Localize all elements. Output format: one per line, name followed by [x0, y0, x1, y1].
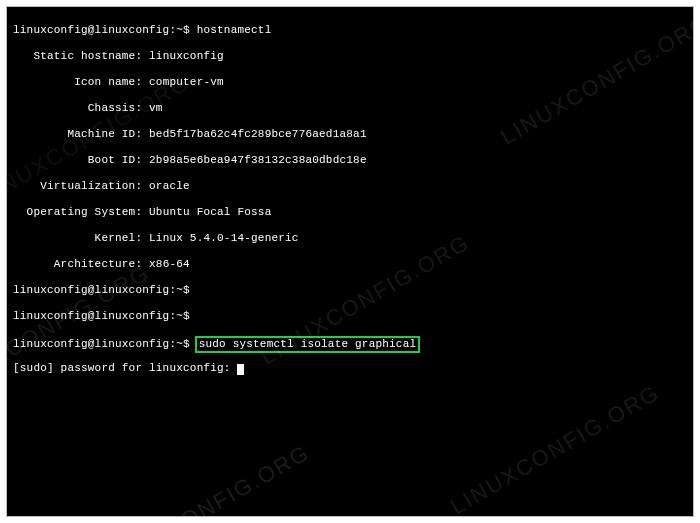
out-architecture: Architecture: x86-64 [13, 258, 687, 271]
shell-prompt: linuxconfig@linuxconfig:~$ [13, 284, 190, 296]
prompt-line-4: linuxconfig@linuxconfig:~$ sudo systemct… [13, 336, 687, 349]
prompt-line-2: linuxconfig@linuxconfig:~$ [13, 284, 687, 297]
shell-prompt: linuxconfig@linuxconfig:~$ [13, 310, 190, 322]
sudo-password-prompt: [sudo] password for linuxconfig: [13, 362, 687, 375]
out-kernel: Kernel: Linux 5.4.0-14-generic [13, 232, 687, 245]
typed-command: hostnamectl [197, 24, 272, 36]
out-chassis: Chassis: vm [13, 102, 687, 115]
text-cursor [237, 364, 244, 375]
out-virtualization: Virtualization: oracle [13, 180, 687, 193]
out-icon-name: Icon name: computer-vm [13, 76, 687, 89]
shell-prompt: linuxconfig@linuxconfig:~$ [13, 24, 190, 36]
prompt-line-1: linuxconfig@linuxconfig:~$ hostnamectl [13, 24, 687, 37]
highlighted-command: sudo systemctl isolate graphical [195, 336, 421, 353]
terminal-window: linuxconfig@linuxconfig:~$ hostnamectl S… [6, 6, 694, 517]
prompt-line-3: linuxconfig@linuxconfig:~$ [13, 310, 687, 323]
out-static-hostname: Static hostname: linuxconfig [13, 50, 687, 63]
terminal-content[interactable]: linuxconfig@linuxconfig:~$ hostnamectl S… [7, 7, 693, 516]
out-boot-id: Boot ID: 2b98a5e6bea947f38132c38a0dbdc18… [13, 154, 687, 167]
out-operating-system: Operating System: Ubuntu Focal Fossa [13, 206, 687, 219]
shell-prompt: linuxconfig@linuxconfig:~$ [13, 338, 190, 350]
out-machine-id: Machine ID: bed5f17ba62c4fc289bce776aed1… [13, 128, 687, 141]
